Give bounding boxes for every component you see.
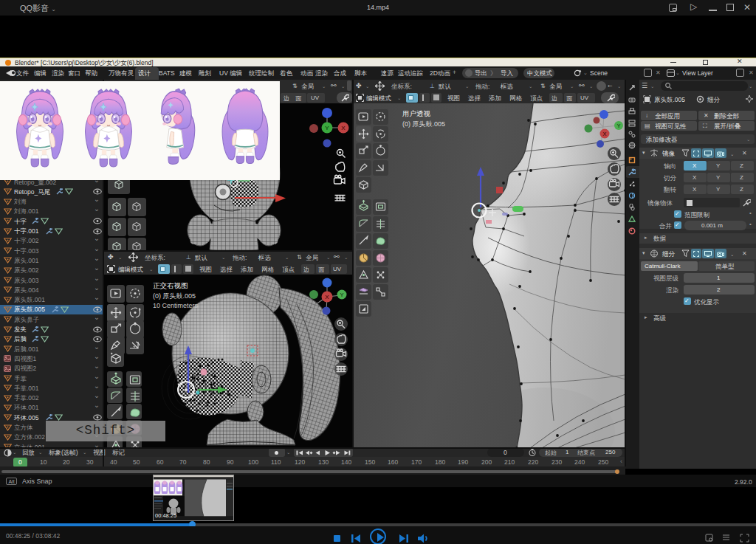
svg-text:X: X [602, 131, 606, 137]
svg-text:Y: Y [340, 292, 343, 298]
svg-text:X: X [341, 125, 346, 131]
svg-text:Y: Y [617, 123, 621, 128]
svg-text:X: X [325, 294, 329, 300]
svg-text:Y: Y [325, 125, 329, 131]
